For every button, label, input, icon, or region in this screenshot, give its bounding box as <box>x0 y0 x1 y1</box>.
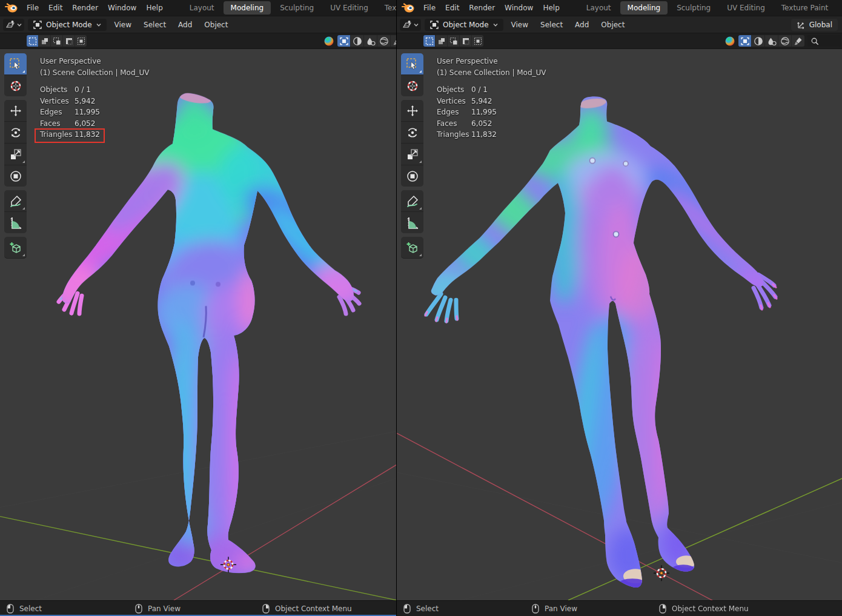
menu-file[interactable]: File <box>22 2 44 14</box>
view-perspective-label: User Perspective <box>40 56 150 67</box>
menu-select[interactable]: Select <box>536 19 567 31</box>
material-preview-icon[interactable] <box>765 35 778 47</box>
tool-measure[interactable] <box>4 212 27 233</box>
gizmo-sphere-icon[interactable] <box>724 36 735 47</box>
menu-render[interactable]: Render <box>464 2 500 14</box>
overlays-icon[interactable] <box>351 35 364 47</box>
tool-annotate[interactable] <box>4 190 27 212</box>
tool-measure[interactable] <box>401 212 423 233</box>
tab-sculpting[interactable]: Sculpting <box>273 1 321 15</box>
select-mode-intersect[interactable] <box>75 35 87 47</box>
menu-object[interactable]: Object <box>597 19 629 31</box>
workspace-tabs: Layout Modeling Sculpting UV Editing Tex… <box>579 0 842 16</box>
stat-edges: Edges11,995 <box>437 107 546 118</box>
material-preview-icon[interactable] <box>364 35 377 47</box>
menu-object[interactable]: Object <box>200 19 232 31</box>
tab-texture-paint[interactable]: Texture Paint <box>774 1 835 15</box>
menu-window[interactable]: Window <box>103 2 141 14</box>
brush-icon[interactable] <box>391 35 396 47</box>
blender-window-left: File Edit Render Window Help Layout Mode… <box>0 0 397 616</box>
tool-move[interactable] <box>4 100 27 122</box>
tab-uv-editing[interactable]: UV Editing <box>720 1 772 15</box>
tool-scale[interactable] <box>401 144 423 165</box>
tool-move[interactable] <box>401 100 423 122</box>
mode-dropdown[interactable]: Object Mode <box>28 19 107 31</box>
select-mode-tweak[interactable] <box>423 35 436 47</box>
mouse-left-icon <box>403 604 411 614</box>
search-field[interactable] <box>807 35 841 47</box>
chevron-down-icon <box>492 22 499 28</box>
blender-logo-icon <box>402 2 415 13</box>
menu-add[interactable]: Add <box>174 19 196 31</box>
stat-faces: Faces6,052 <box>437 118 546 130</box>
viewport-3d[interactable]: User Perspective (1) Scene Collection | … <box>397 49 842 600</box>
stat-vertices: Vertices5,942 <box>437 96 546 107</box>
tool-scale[interactable] <box>4 144 27 165</box>
menu-help[interactable]: Help <box>141 2 167 14</box>
rendered-shading-icon[interactable] <box>377 35 391 47</box>
menu-help[interactable]: Help <box>538 2 564 14</box>
tool-add-cube[interactable] <box>401 237 423 259</box>
status-pan-view: Pan View <box>135 601 181 616</box>
tool-transform[interactable] <box>4 165 27 187</box>
select-mode-subtract[interactable] <box>63 35 75 47</box>
menu-view[interactable]: View <box>507 19 532 31</box>
brush-icon[interactable] <box>792 35 804 47</box>
tab-uv-editing[interactable]: UV Editing <box>323 1 376 15</box>
chevron-down-icon <box>16 22 22 28</box>
topbar: File Edit Render Window Help Layout Mode… <box>397 0 842 16</box>
tab-modeling[interactable]: Modeling <box>620 1 668 15</box>
tab-texture-paint[interactable]: Texture Paint <box>377 1 397 15</box>
overlays-icon[interactable] <box>752 35 765 47</box>
tool-add-cube[interactable] <box>4 237 27 259</box>
select-mode-extend[interactable] <box>51 35 63 47</box>
menu-window[interactable]: Window <box>500 2 538 14</box>
gizmo-sphere-icon[interactable] <box>323 36 334 47</box>
stat-vertices: Vertices5,942 <box>40 96 150 107</box>
select-mode-intersect[interactable] <box>472 35 483 47</box>
tool-rotate[interactable] <box>4 122 27 144</box>
menu-view[interactable]: View <box>110 19 136 31</box>
tool-transform[interactable] <box>401 165 423 187</box>
menu-edit[interactable]: Edit <box>44 2 67 14</box>
tool-annotate[interactable] <box>401 190 423 212</box>
tab-modeling[interactable]: Modeling <box>224 1 271 15</box>
mode-label: Object Mode <box>443 21 489 29</box>
menu-select[interactable]: Select <box>139 19 170 31</box>
select-mode-tweak[interactable] <box>27 35 39 47</box>
tab-shading[interactable]: Shading <box>837 1 842 15</box>
editor-type-selector[interactable] <box>400 19 421 31</box>
shading-cluster <box>323 35 396 47</box>
tool-tweak-select[interactable] <box>401 53 423 75</box>
tab-layout[interactable]: Layout <box>579 1 618 15</box>
orientation-dropdown[interactable]: Global <box>791 19 838 31</box>
rendered-shading-icon[interactable] <box>778 35 792 47</box>
tool-rotate[interactable] <box>401 122 423 144</box>
shading-buttons <box>738 35 804 47</box>
mode-dropdown[interactable]: Object Mode <box>425 19 503 31</box>
menu-file[interactable]: File <box>419 2 440 14</box>
select-mode-new[interactable] <box>436 35 448 47</box>
viewport-3d[interactable]: User Perspective (1) Scene Collection | … <box>0 49 396 600</box>
tool-cursor[interactable] <box>4 75 27 96</box>
orientation-label: Global <box>809 21 832 29</box>
select-mode-new[interactable] <box>39 35 51 47</box>
menu-edit[interactable]: Edit <box>440 2 464 14</box>
viewport-overlay: User Perspective (1) Scene Collection | … <box>437 56 546 141</box>
mouse-middle-icon <box>135 604 142 614</box>
viewport-header: Object Mode View Select Add Object Globa… <box>397 16 842 33</box>
xray-toggle-icon[interactable] <box>738 35 752 47</box>
status-context-menu: Object Context Menu <box>262 601 352 616</box>
tab-sculpting[interactable]: Sculpting <box>669 1 718 15</box>
xray-toggle-icon[interactable] <box>337 35 351 47</box>
select-mode-extend[interactable] <box>448 35 460 47</box>
menu-add[interactable]: Add <box>571 19 593 31</box>
scene-context-label: (1) Scene Collection | Mod_UV <box>40 67 150 79</box>
select-mode-subtract[interactable] <box>460 35 472 47</box>
editor-type-selector[interactable] <box>3 19 24 31</box>
tool-cursor[interactable] <box>401 75 423 96</box>
tool-tweak-select[interactable] <box>4 53 27 75</box>
menu-render[interactable]: Render <box>67 2 103 14</box>
tab-layout[interactable]: Layout <box>182 1 222 15</box>
object-mode-icon <box>429 20 439 30</box>
